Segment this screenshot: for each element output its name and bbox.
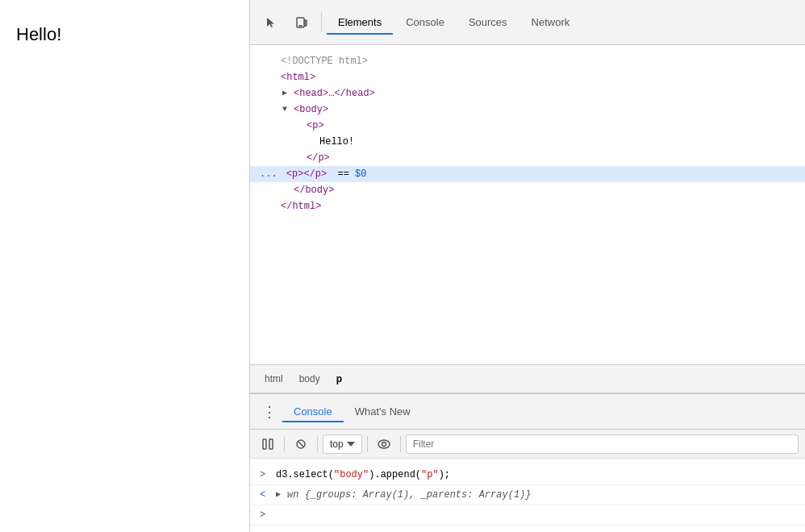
elements-panel: <!DOCTYPE html> <html> ▶ <head>…</head> … (250, 45, 805, 364)
console-menu-button[interactable]: ⋮ (257, 399, 282, 425)
console-tab-console[interactable]: Console (282, 401, 344, 422)
html-line-doctype[interactable]: <!DOCTYPE html> (250, 53, 805, 69)
toolbar-separator-1 (284, 436, 285, 452)
page-area: Hello! (0, 0, 250, 532)
html-line-head[interactable]: ▶ <head>…</head> (250, 85, 805, 102)
html-line-html-close[interactable]: </html> (250, 198, 805, 214)
breadcrumb-p[interactable]: p (332, 372, 347, 386)
cursor-icon-button[interactable] (257, 8, 286, 37)
svg-rect-3 (263, 439, 266, 449)
page-hello-text: Hello! (16, 24, 61, 45)
toolbar-separator-4 (400, 436, 401, 452)
tab-sources[interactable]: Sources (457, 10, 519, 35)
html-line-p-empty[interactable]: ... <p></p> == $0 (250, 166, 805, 182)
tab-console[interactable]: Console (394, 10, 456, 35)
html-line-html-open[interactable]: <html> (250, 69, 805, 85)
html-line-body-close[interactable]: </body> (250, 182, 805, 198)
console-line-3[interactable]: > (250, 505, 805, 526)
pause-on-exceptions-button[interactable] (257, 433, 279, 455)
tab-elements[interactable]: Elements (327, 10, 393, 35)
html-line-p-close[interactable]: </p> (250, 150, 805, 166)
console-filter-input[interactable] (406, 434, 799, 454)
context-selector[interactable]: top (323, 434, 362, 454)
html-line-p-open[interactable]: <p> (250, 118, 805, 134)
tab-divider (321, 13, 322, 32)
expand-result-icon[interactable]: ▶ (276, 488, 281, 502)
svg-rect-1 (305, 20, 307, 26)
clear-console-button[interactable] (290, 433, 312, 455)
svg-point-8 (382, 442, 386, 446)
device-toggle-button[interactable] (287, 8, 316, 37)
console-output: > d3.select("body").append("p"); < ▶ wn … (250, 459, 805, 532)
toolbar-separator-2 (317, 436, 318, 452)
html-line-hello[interactable]: Hello! (250, 134, 805, 150)
console-prompt-3: > (260, 508, 269, 522)
console-tab-bar: ⋮ Console What's New (250, 394, 805, 430)
svg-line-6 (298, 442, 303, 447)
html-line-body-open[interactable]: ▼ <body> (250, 102, 805, 118)
console-prompt-2: < (260, 488, 269, 502)
console-toolbar: top (250, 430, 805, 459)
console-line-2[interactable]: < ▶ wn {_groups: Array(1), _parents: Arr… (250, 485, 805, 505)
console-prompt-1: > (260, 468, 269, 482)
svg-point-7 (378, 440, 390, 448)
console-section: ⋮ Console What's New (250, 393, 805, 532)
console-tab-whats-new[interactable]: What's New (344, 401, 422, 422)
console-line-1[interactable]: > d3.select("body").append("p"); (250, 465, 805, 485)
devtools-panel: Elements Console Sources Network <!DOCTY… (250, 0, 805, 532)
toolbar-separator-3 (367, 436, 368, 452)
show-live-expressions-button[interactable] (373, 433, 395, 455)
devtools-tab-bar: Elements Console Sources Network (250, 0, 805, 45)
tab-network[interactable]: Network (520, 10, 582, 35)
dropdown-arrow-icon (347, 442, 355, 447)
breadcrumb-body[interactable]: body (294, 372, 325, 386)
breadcrumb-html[interactable]: html (260, 372, 288, 386)
breadcrumb-bar: html body p (250, 364, 805, 393)
svg-rect-4 (269, 439, 273, 449)
